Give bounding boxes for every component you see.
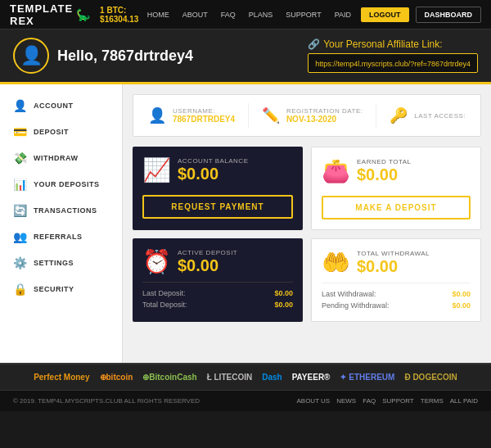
active-deposit-card: ⏰ ACTIVE DEPOSIT $0.00 Last Deposit: $0.… — [133, 238, 303, 322]
hero-section: 👤 Hello, 7867drtrdey4 🔗 Your Personal Af… — [0, 29, 491, 84]
nav-plans[interactable]: PLANS — [246, 9, 277, 20]
reg-date-info: REGISTRATION DATE: NOV-13-2020 — [286, 107, 363, 124]
logout-button[interactable]: LOGOUT — [361, 7, 409, 22]
affiliate-link-box: https://temp4l.myscripts.club/?ref=7867d… — [308, 53, 478, 73]
active-deposit-icon: ⏰ — [142, 248, 171, 275]
your-deposits-icon: 📊 — [12, 178, 27, 191]
sidebar-item-withdraw[interactable]: 💸 WITHDRAW — [0, 145, 122, 171]
active-deposit-label: ACTIVE DEPOSIT — [178, 249, 237, 256]
logo-icon: 🦕 — [76, 8, 90, 21]
last-withdrawal-value: $0.00 — [452, 290, 471, 298]
account-balance-header: 📈 ACCOUNT BALANCE $0.00 — [142, 156, 293, 183]
earned-total-icon: 👛 — [322, 157, 350, 184]
last-deposit-label: Last Deposit: — [142, 289, 186, 297]
last-deposit-row: Last Deposit: $0.00 — [142, 287, 293, 299]
avatar: 👤 — [13, 38, 49, 74]
reg-date-label: REGISTRATION DATE: — [286, 107, 363, 115]
earned-total-info: EARNED TOTAL $0.00 — [357, 158, 411, 184]
username-value: 7867DRTRDEY4 — [173, 115, 235, 124]
username-info: USERNAME: 7867DRTRDEY4 — [173, 107, 235, 124]
footer-faq[interactable]: FAQ — [363, 397, 376, 405]
main-nav: HOME ABOUT FAQ PLANS SUPPORT PAID LOGOUT… — [144, 7, 481, 23]
last-withdrawal-label: Last Withdrawal: — [322, 290, 376, 298]
request-payment-button[interactable]: REQUEST PAYMENT — [142, 195, 293, 219]
sidebar-item-referrals[interactable]: 👥 REFERRALS — [0, 224, 122, 250]
footer-support[interactable]: SUPPORT — [382, 397, 414, 405]
transactions-icon: 🔄 — [12, 204, 27, 217]
username-label: USERNAME: — [173, 107, 235, 115]
total-withdrawal-label: TOTAL WITHDRAWAL — [357, 250, 430, 257]
cards-grid: 📈 ACCOUNT BALANCE $0.00 REQUEST PAYMENT … — [133, 147, 481, 322]
affiliate-url[interactable]: https://temp4l.myscripts.club/?ref=7867d… — [315, 60, 471, 68]
sidebar-item-account[interactable]: 👤 ACCOUNT — [0, 93, 122, 119]
account-balance-info: ACCOUNT BALANCE $0.00 — [178, 157, 248, 183]
affiliate-label: 🔗 Your Personal Affiliate Link: — [308, 38, 478, 50]
pending-withdrawal-row: Pending Withdrawal: $0.00 — [322, 300, 471, 311]
sidebar-label-account: ACCOUNT — [34, 102, 74, 110]
earned-total-value: $0.00 — [357, 165, 411, 184]
footer: © 2019. TEMP4L.MYSCRIPTS.CLUB ALL RIGHTS… — [0, 390, 491, 411]
last-withdrawal-row: Last Withdrawal: $0.00 — [322, 288, 471, 300]
user-info-strip: 👤 USERNAME: 7867DRTRDEY4 ✏️ REGISTRATION… — [133, 94, 481, 137]
footer-about-us[interactable]: ABOUT US — [296, 397, 330, 405]
withdraw-icon: 💸 — [12, 152, 27, 165]
header: TEMPLATE REX 🦕 1 BTC: $16304.13 HOME ABO… — [0, 0, 491, 29]
total-deposit-label: Total Deposit: — [142, 301, 187, 309]
sidebar-item-your-deposits[interactable]: 📊 YOUR DEPOSITS — [0, 171, 122, 197]
hero-right: 🔗 Your Personal Affiliate Link: https://… — [308, 38, 478, 73]
info-sep-1 — [248, 103, 249, 128]
main-layout: 👤 ACCOUNT 💳 DEPOSIT 💸 WITHDRAW 📊 YOUR DE… — [0, 84, 491, 363]
username-icon: 👤 — [148, 106, 166, 124]
btc-value: $16304.13 — [100, 15, 138, 24]
total-withdrawal-icon: 🤲 — [322, 249, 350, 276]
earned-total-header: 👛 EARNED TOTAL $0.00 — [322, 157, 471, 184]
active-deposit-value: $0.00 — [178, 256, 237, 275]
dashboard-button[interactable]: DASHBOARD — [416, 7, 482, 23]
sidebar-item-transactions[interactable]: 🔄 TRANSACTIONS — [0, 197, 122, 224]
last-access-info: LAST ACCESS: — [414, 112, 466, 120]
hero-greeting: Hello, 7867drtrdey4 — [57, 48, 193, 65]
affiliate-icon: 🔗 — [308, 38, 320, 50]
earned-total-card: 👛 EARNED TOTAL $0.00 MAKE A DEPOSIT — [311, 147, 481, 230]
security-icon: 🔒 — [12, 283, 27, 296]
sidebar-label-transactions: TRANSACTIONS — [34, 206, 97, 215]
nav-about[interactable]: ABOUT — [179, 9, 211, 20]
footer-all-paid[interactable]: ALL PAID — [450, 397, 478, 405]
nav-faq[interactable]: FAQ — [218, 9, 239, 20]
logo: TEMPLATE REX 🦕 — [10, 2, 90, 27]
btc-price: 1 BTC: $16304.13 — [100, 6, 144, 24]
perfect-money-logo: Perfect Money — [34, 373, 89, 382]
nav-home[interactable]: HOME — [144, 9, 173, 20]
nav-paid[interactable]: PAID — [331, 9, 354, 20]
reg-date-icon: ✏️ — [262, 106, 280, 124]
sidebar-label-withdraw: WITHDRAW — [34, 154, 79, 162]
footer-terms[interactable]: TERMS — [421, 397, 444, 405]
footer-news[interactable]: NEWS — [336, 397, 356, 405]
btc-label: 1 BTC: — [100, 6, 126, 15]
footer-copyright: © 2019. TEMP4L.MYSCRIPTS.CLUB ALL RIGHTS… — [13, 397, 200, 405]
active-deposit-footer: Last Deposit: $0.00 Total Deposit: $0.00 — [142, 282, 293, 310]
payment-logos: Perfect Money ⊕bitcoin ⊕BitcoinCash Ł LI… — [0, 363, 491, 390]
last-deposit-value: $0.00 — [274, 289, 293, 297]
sidebar-item-settings[interactable]: ⚙️ SETTINGS — [0, 250, 122, 276]
sidebar-item-deposit[interactable]: 💳 DEPOSIT — [0, 119, 122, 145]
nav-support[interactable]: SUPPORT — [282, 9, 324, 20]
last-access-block: 🔑 LAST ACCESS: — [390, 106, 466, 124]
referrals-icon: 👥 — [12, 230, 27, 243]
account-icon: 👤 — [12, 99, 27, 112]
total-withdrawal-header: 🤲 TOTAL WITHDRAWAL $0.00 — [322, 249, 471, 276]
reg-date-value: NOV-13-2020 — [286, 115, 363, 124]
litecoin-logo: Ł LITECOIN — [207, 373, 253, 382]
bitcoin-logo: ⊕bitcoin — [100, 373, 133, 382]
total-deposit-row: Total Deposit: $0.00 — [142, 299, 293, 310]
content-area: 👤 USERNAME: 7867DRTRDEY4 ✏️ REGISTRATION… — [123, 84, 491, 363]
total-withdrawal-footer: Last Withdrawal: $0.00 Pending Withdrawa… — [322, 283, 471, 311]
pending-withdrawal-value: $0.00 — [452, 301, 471, 310]
dash-logo: Dash — [262, 373, 282, 382]
make-deposit-button[interactable]: MAKE A DEPOSIT — [322, 196, 471, 219]
username-block: 👤 USERNAME: 7867DRTRDEY4 — [148, 106, 235, 124]
account-balance-icon: 📈 — [142, 156, 171, 183]
sidebar: 👤 ACCOUNT 💳 DEPOSIT 💸 WITHDRAW 📊 YOUR DE… — [0, 84, 123, 363]
sidebar-item-security[interactable]: 🔒 SECURITY — [0, 276, 122, 302]
sidebar-label-security: SECURITY — [34, 285, 74, 293]
